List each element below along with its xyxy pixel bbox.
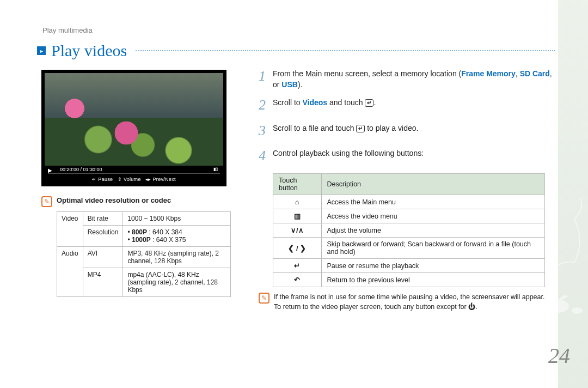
step-2: 2 Scroll to Videos and touch ↵. [259,98,553,115]
enter-icon: ↵ [356,125,365,132]
step-number: 2 [259,95,273,115]
touch-button-table: Touch button Description ⌂Access the Mai… [273,173,545,287]
btn-table-header-desc: Description [321,174,544,195]
step-4: 4 Control playback using the following b… [259,148,553,166]
spec-resolution-label: Resolution [83,226,123,247]
step-number: 4 [259,146,273,166]
volume-hint: Volume [124,177,141,182]
back-icon: ↶ [273,273,322,287]
step-number: 1 [259,66,273,90]
spec-bitrate-label: Bit rate [83,212,123,226]
volume-icon: ∨/∧ [273,223,322,238]
prevnext-hint-icon: ◂▸ [145,177,151,182]
play-icon: ▶ [48,167,52,173]
table-row: ❮ / ❯Skip backward or forward; Scan back… [273,238,545,259]
codec-spec-table: Video Bit rate 1000 ~ 1500 Kbps Resoluti… [57,211,231,297]
power-icon: ⏻ [468,303,475,311]
heading-bullet-icon: ▸ [37,46,46,55]
spec-note-title: Optimal video resolution or codec [57,196,171,207]
section-heading: Play videos [51,41,127,60]
volume-hint-icon: ⇕ [118,177,122,182]
spec-bitrate-value: 1000 ~ 1500 Kbps [123,212,231,226]
spec-avi-value: MP3, 48 KHz (sampling rate), 2 channel, … [123,247,231,268]
enter-icon: ↵ [273,259,322,273]
table-row: ↶Return to the previous level [273,273,545,287]
spec-avi-label: AVI [83,247,123,268]
enter-icon: ↵ [365,99,373,107]
table-row: ∨/∧Adjust the volume [273,223,545,238]
spec-mp4-label: MP4 [83,268,123,297]
section-heading-row: ▸ Play videos [37,41,555,60]
prevnext-hint: Prev/Next [153,177,176,182]
step-number: 3 [259,121,273,141]
table-row: ▥Access the video menu [273,209,545,223]
step-3: 3 Scroll to a file and touch ↵ to play a… [259,123,553,141]
side-decoration [558,0,588,388]
spec-video-label: Video [57,212,83,247]
btn-table-header-icon: Touch button [273,174,322,195]
video-player-screenshot: ▶ 00:20:00 / 01:30:00 ▮▯ ↵ Pause ⇕ Volum… [41,70,226,186]
skip-icon: ❮ / ❯ [273,238,322,259]
spec-audio-label: Audio [57,247,83,297]
pause-hint-icon: ↵ [92,177,96,182]
footnote: ✎ If the frame is not in use for some ti… [259,293,553,312]
battery-icon: ▮▯ [213,167,218,172]
table-row: ↵Pause or resume the playback [273,259,545,273]
menu-icon: ▥ [273,209,322,223]
heading-dotted-rule [136,50,555,51]
note-icon: ✎ [259,293,270,304]
page-number: 24 [548,343,570,368]
step-1: 1 From the Main menu screen, select a me… [259,69,553,90]
home-icon: ⌂ [273,195,322,209]
pause-hint: Pause [98,177,113,182]
breadcrumb: Play multimedia [42,26,93,34]
playback-time: 00:20:00 / 01:30:00 [60,167,102,172]
note-icon: ✎ [41,196,52,207]
svg-point-1 [572,307,583,314]
spec-resolution-value: 800P : 640 X 384 1000P : 640 X 375 [123,226,231,247]
spec-mp4-value: mp4a (AAC-LC), 48 KHz (sampling rate), 2… [123,268,231,297]
table-row: ⌂Access the Main menu [273,195,545,209]
